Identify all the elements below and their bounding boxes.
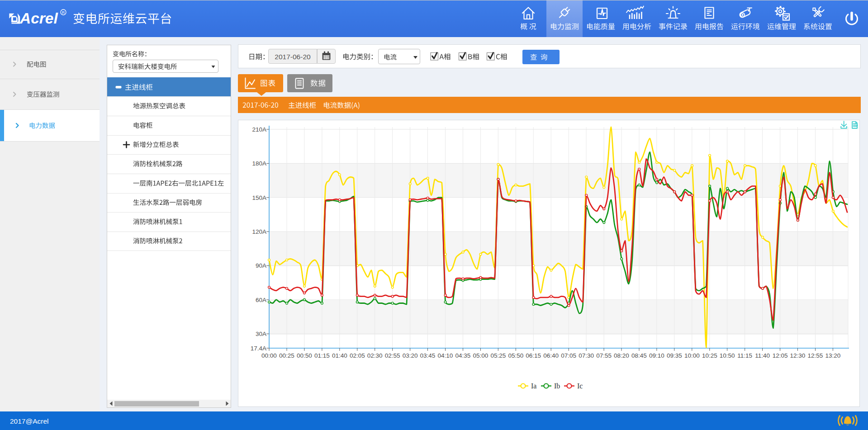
svg-text:00:00: 00:00 — [261, 352, 277, 359]
svg-text:11:15: 11:15 — [737, 352, 752, 359]
svg-text:13:20: 13:20 — [825, 352, 841, 359]
svg-text:09:10: 09:10 — [649, 352, 664, 359]
svg-text:2017@Acrel: 2017@Acrel — [10, 417, 49, 425]
svg-text:03:20: 03:20 — [403, 352, 418, 359]
svg-text:11:40: 11:40 — [755, 352, 770, 359]
svg-text:10:00: 10:00 — [684, 352, 700, 359]
svg-text:06:40: 06:40 — [543, 352, 559, 359]
svg-text:04:35: 04:35 — [455, 352, 471, 359]
svg-text:07:55: 07:55 — [596, 352, 612, 359]
svg-text:08:20: 08:20 — [614, 352, 629, 359]
svg-text:10:50: 10:50 — [720, 352, 735, 359]
svg-text:07:30: 07:30 — [579, 352, 594, 359]
svg-text:05:00: 05:00 — [473, 352, 489, 359]
svg-text:12:55: 12:55 — [808, 352, 823, 359]
svg-text:08:45: 08:45 — [631, 352, 647, 359]
svg-text:01:15: 01:15 — [314, 352, 330, 359]
svg-text:01:40: 01:40 — [332, 352, 347, 359]
svg-text:12:30: 12:30 — [790, 352, 806, 359]
svg-text:09:35: 09:35 — [667, 352, 682, 359]
svg-text:90A: 90A — [256, 262, 266, 269]
svg-text:10:25: 10:25 — [702, 352, 717, 359]
svg-text:60A: 60A — [256, 297, 266, 303]
svg-text:2017-06-20: 2017-06-20 — [275, 53, 311, 61]
svg-text:120A: 120A — [252, 228, 266, 235]
svg-text:05:50: 05:50 — [508, 352, 523, 359]
svg-text:02:30: 02:30 — [367, 352, 383, 359]
svg-text:00:25: 00:25 — [279, 352, 294, 359]
svg-text:Ib: Ib — [554, 382, 560, 390]
svg-text:Ic: Ic — [577, 382, 583, 390]
svg-text:Acrel: Acrel — [19, 10, 58, 27]
svg-text:00:50: 00:50 — [297, 352, 312, 359]
svg-text:03:45: 03:45 — [420, 352, 436, 359]
svg-text:17.4A: 17.4A — [251, 345, 266, 352]
svg-text:07:05: 07:05 — [561, 352, 576, 359]
svg-text:02:05: 02:05 — [350, 352, 365, 359]
svg-text:R: R — [62, 10, 65, 15]
svg-text:30A: 30A — [256, 331, 266, 337]
svg-text:05:25: 05:25 — [490, 352, 506, 359]
svg-text:180A: 180A — [252, 160, 266, 167]
svg-text:02:55: 02:55 — [385, 352, 400, 359]
svg-text:12:05: 12:05 — [773, 352, 788, 359]
svg-text:04:10: 04:10 — [438, 352, 453, 359]
svg-text:06:15: 06:15 — [526, 352, 541, 359]
svg-text:150A: 150A — [252, 194, 266, 201]
svg-text:210A: 210A — [252, 126, 266, 133]
svg-text:Ia: Ia — [531, 382, 536, 390]
